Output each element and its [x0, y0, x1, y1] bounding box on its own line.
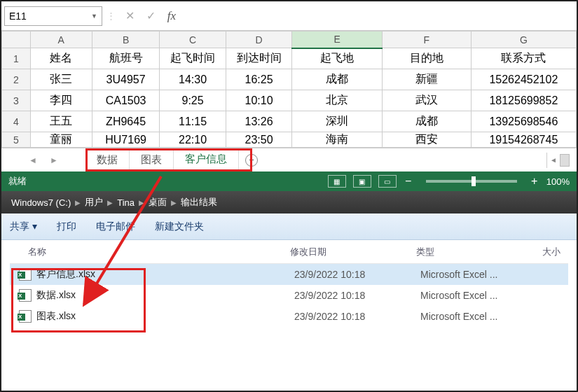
- formula-bar: E11 ▼ ⋮ ✕ ✓ fx: [1, 1, 577, 31]
- horizontal-scrollbar[interactable]: ◄: [546, 153, 577, 168]
- cell[interactable]: 11:15: [160, 111, 226, 132]
- sheet-tab[interactable]: 数据: [85, 148, 130, 172]
- insert-function-button[interactable]: fx: [161, 9, 182, 23]
- cell[interactable]: 3U4957: [92, 69, 160, 90]
- row-header[interactable]: 5: [2, 132, 31, 148]
- column-header-type[interactable]: 类型: [416, 246, 542, 258]
- separator: ⋮: [102, 10, 119, 21]
- tab-nav-prev-icon[interactable]: ◄: [29, 155, 37, 165]
- cell[interactable]: 18125699852: [471, 90, 576, 111]
- sheet-tab[interactable]: 图表: [130, 148, 174, 172]
- cancel-formula-button[interactable]: ✕: [119, 9, 140, 22]
- column-header-D[interactable]: D: [226, 31, 291, 48]
- new-folder-button[interactable]: 新建文件夹: [155, 220, 204, 233]
- file-row[interactable]: 数据.xlsx 23/9/2022 10:18 Microsoft Excel …: [10, 285, 568, 306]
- cell[interactable]: 起飞时间: [160, 48, 226, 69]
- view-normal-button[interactable]: ▦: [328, 175, 346, 188]
- excel-file-icon: [18, 267, 32, 281]
- cell[interactable]: 19154268745: [471, 132, 576, 148]
- cell[interactable]: HU7169: [92, 132, 160, 148]
- breadcrumb-item[interactable]: 桌面: [144, 196, 171, 209]
- cell[interactable]: 航班号: [92, 48, 160, 69]
- chevron-down-icon[interactable]: ▼: [91, 13, 97, 20]
- file-row[interactable]: 客户信息.xlsx 23/9/2022 10:18 Microsoft Exce…: [10, 264, 568, 285]
- file-type: Microsoft Excel ...: [420, 269, 546, 280]
- cell[interactable]: 姓名: [30, 48, 92, 69]
- cell[interactable]: CA1503: [92, 90, 160, 111]
- excel-file-icon: [18, 288, 32, 302]
- status-bar: 就绪 ▦ ▣ ▭ − + 100%: [1, 172, 577, 191]
- column-header-A[interactable]: A: [30, 31, 92, 48]
- cell[interactable]: 武汉: [383, 90, 472, 111]
- cell[interactable]: 9:25: [160, 90, 226, 111]
- breadcrumb-item[interactable]: Tina: [113, 197, 139, 208]
- cell[interactable]: 深圳: [292, 111, 383, 132]
- column-header-date[interactable]: 修改日期: [290, 246, 416, 258]
- view-page-layout-button[interactable]: ▣: [353, 175, 371, 188]
- row-header[interactable]: 1: [2, 48, 31, 69]
- sheet-tabs-bar: ◄ ► 数据图表客户信息 + ◄: [1, 148, 577, 172]
- select-all-corner[interactable]: [2, 31, 31, 48]
- name-box[interactable]: E11 ▼: [4, 6, 102, 26]
- zoom-level[interactable]: 100%: [546, 176, 570, 187]
- cell[interactable]: 联系方式: [471, 48, 576, 69]
- cell[interactable]: 童丽: [30, 132, 92, 148]
- breadcrumb: Windows7 (C:)▶ 用户▶ Tina▶ 桌面▶ 输出结果: [1, 191, 577, 214]
- spreadsheet-grid[interactable]: A B C D E F G 1 姓名 航班号 起飞时间 到达时间 起飞地 目的地…: [1, 31, 577, 148]
- column-header-size[interactable]: 大小: [542, 246, 578, 258]
- row-header[interactable]: 3: [2, 90, 31, 111]
- tab-navigation: ◄ ►: [1, 155, 85, 165]
- row-header[interactable]: 2: [2, 69, 31, 90]
- cell[interactable]: 成都: [292, 69, 383, 90]
- cell-reference: E11: [9, 10, 27, 22]
- cell[interactable]: 15262452102: [471, 69, 576, 90]
- cell[interactable]: 西安: [383, 132, 472, 148]
- cell[interactable]: ZH9645: [92, 111, 160, 132]
- cell[interactable]: 10:10: [226, 90, 291, 111]
- column-header-B[interactable]: B: [92, 31, 160, 48]
- cell[interactable]: 13925698546: [471, 111, 576, 132]
- zoom-slider[interactable]: [426, 180, 517, 183]
- column-header-name[interactable]: 名称: [10, 246, 290, 258]
- confirm-formula-button[interactable]: ✓: [140, 9, 161, 22]
- row-header[interactable]: 4: [2, 111, 31, 132]
- cell[interactable]: 李四: [30, 90, 92, 111]
- share-button[interactable]: 共享 ▾: [10, 220, 37, 233]
- cell[interactable]: 13:26: [226, 111, 291, 132]
- print-button[interactable]: 打印: [57, 220, 76, 233]
- cell[interactable]: 起飞地: [292, 48, 383, 69]
- file-type: Microsoft Excel ...: [420, 311, 546, 322]
- cell[interactable]: 海南: [292, 132, 383, 148]
- cell[interactable]: 新疆: [383, 69, 472, 90]
- file-row[interactable]: 图表.xlsx 23/9/2022 10:18 Microsoft Excel …: [10, 306, 568, 327]
- add-sheet-button[interactable]: +: [239, 153, 264, 167]
- zoom-out-button[interactable]: −: [404, 175, 413, 188]
- cell[interactable]: 14:30: [160, 69, 226, 90]
- cell[interactable]: 目的地: [383, 48, 472, 69]
- breadcrumb-item[interactable]: Windows7 (C:): [7, 197, 75, 208]
- cell[interactable]: 16:25: [226, 69, 291, 90]
- view-page-break-button[interactable]: ▭: [378, 175, 397, 188]
- breadcrumb-item[interactable]: 用户: [81, 196, 107, 209]
- plus-icon: +: [245, 154, 258, 167]
- file-list: 名称 修改日期 类型 大小 客户信息.xlsx 23/9/2022 10:18 …: [1, 240, 577, 327]
- cell[interactable]: 成都: [383, 111, 472, 132]
- cell[interactable]: 王五: [30, 111, 92, 132]
- column-header-E[interactable]: E: [292, 31, 383, 48]
- breadcrumb-item[interactable]: 输出结果: [177, 196, 221, 209]
- column-header-C[interactable]: C: [160, 31, 226, 48]
- zoom-in-button[interactable]: +: [530, 175, 539, 188]
- email-button[interactable]: 电子邮件: [96, 220, 135, 233]
- cell[interactable]: 到达时间: [226, 48, 291, 69]
- file-date: 23/9/2022 10:18: [294, 269, 420, 280]
- cell[interactable]: 张三: [30, 69, 92, 90]
- cell[interactable]: 22:10: [160, 132, 226, 148]
- column-header-F[interactable]: F: [383, 31, 472, 48]
- tab-nav-next-icon[interactable]: ►: [50, 155, 58, 165]
- column-header-G[interactable]: G: [471, 31, 576, 48]
- sheet-tab[interactable]: 客户信息: [174, 148, 239, 172]
- cell[interactable]: 23:50: [226, 132, 291, 148]
- cell[interactable]: 北京: [292, 90, 383, 111]
- chevron-right-icon: ▶: [107, 199, 113, 206]
- file-type: Microsoft Excel ...: [420, 290, 546, 301]
